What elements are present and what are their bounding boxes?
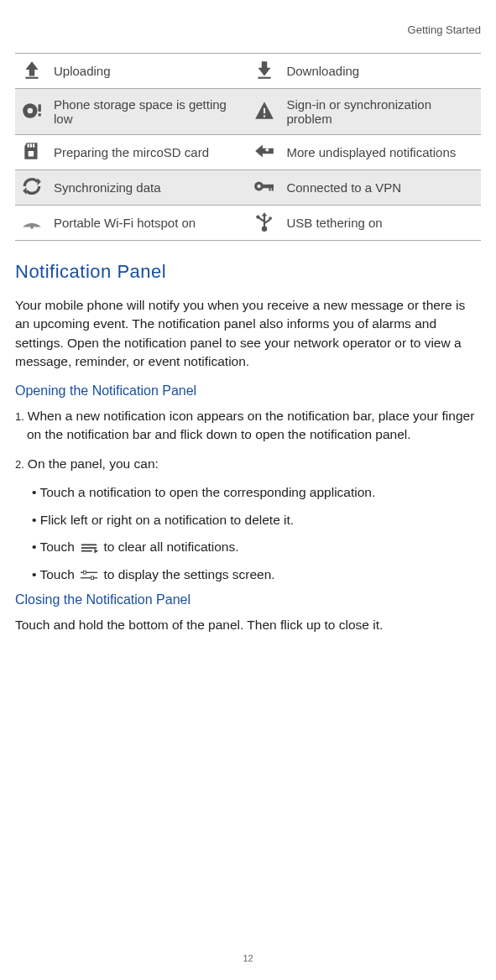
closing-subtitle: Closing the Notification Panel <box>15 592 481 607</box>
step-2: 2.On the panel, you can: <box>15 455 481 473</box>
list-item: • Touch to display the settings screen. <box>32 566 481 584</box>
step-text: When a new notification icon appears on … <box>27 409 474 441</box>
svg-rect-1 <box>258 77 271 79</box>
intro-paragraph: Your mobile phone will notify you when y… <box>15 296 481 372</box>
usb-icon <box>248 206 281 241</box>
step-number: 1. <box>15 410 24 423</box>
sync-label: Synchronizing data <box>49 170 248 206</box>
bullet-text-before: • Touch <box>32 540 78 554</box>
svg-rect-26 <box>81 550 92 552</box>
more-notif-label: More undisplayed notifications <box>281 135 481 170</box>
svg-rect-6 <box>264 107 265 113</box>
sdcard-label: Preparing the mircoSD card <box>49 135 248 170</box>
download-icon <box>248 54 281 89</box>
usb-label: USB tethering on <box>281 206 481 241</box>
step-text: On the panel, you can: <box>28 456 159 471</box>
opening-subtitle: Opening the Notification Panel <box>15 383 481 399</box>
bullet-text-after: to clear all notifications. <box>103 540 238 554</box>
clear-icon <box>80 542 98 554</box>
section-title: Notification Panel <box>15 261 481 283</box>
vpn-icon <box>248 170 281 206</box>
svg-rect-13 <box>267 148 269 151</box>
svg-rect-23 <box>269 217 272 220</box>
table-row: Portable Wi-Fi hotspot on USB tethering … <box>15 206 481 241</box>
svg-rect-8 <box>28 143 29 147</box>
vpn-label: Connected to a VPN <box>281 170 481 206</box>
svg-rect-25 <box>81 547 97 549</box>
more-notif-icon <box>248 135 281 170</box>
bullet-text-after: to display the settings screen. <box>103 567 274 581</box>
download-label: Downloading <box>281 54 481 89</box>
closing-paragraph: Touch and hold the bottom of the panel. … <box>15 616 481 634</box>
page-header: Getting Started <box>15 23 481 36</box>
svg-rect-28 <box>84 571 86 574</box>
svg-point-22 <box>257 215 260 218</box>
svg-rect-4 <box>39 104 41 112</box>
svg-rect-9 <box>30 143 32 147</box>
upload-icon <box>15 54 49 89</box>
warning-icon <box>248 89 281 135</box>
storage-low-icon <box>15 89 49 135</box>
svg-point-15 <box>258 185 261 188</box>
svg-rect-10 <box>33 143 34 147</box>
icon-table: Uploading Downloading Phone storage spac… <box>15 53 481 241</box>
settings-sliders-icon <box>80 570 98 581</box>
svg-rect-0 <box>25 77 38 79</box>
list-item: • Flick left or right on a notification … <box>32 511 481 529</box>
svg-rect-17 <box>269 185 271 191</box>
table-row: Uploading Downloading <box>15 54 481 89</box>
table-row: Phone storage space is getting low Sign-… <box>15 89 481 135</box>
svg-rect-18 <box>272 185 274 191</box>
svg-rect-5 <box>39 113 41 116</box>
svg-point-19 <box>30 225 34 228</box>
sdcard-icon <box>15 135 49 170</box>
list-item: • Touch a notification to open the corre… <box>32 483 481 502</box>
svg-rect-7 <box>264 115 265 117</box>
storage-low-label: Phone storage space is getting low <box>49 89 248 135</box>
warning-label: Sign-in or synchronization problem <box>281 89 481 135</box>
list-item: • Touch to clear all notifications. <box>32 538 481 556</box>
svg-point-3 <box>28 107 34 113</box>
page-number: 12 <box>0 953 496 963</box>
svg-rect-11 <box>29 151 34 157</box>
upload-label: Uploading <box>49 54 248 89</box>
bullet-text-before: • Touch <box>32 567 78 581</box>
step-1: 1.When a new notification icon appears o… <box>15 407 481 445</box>
svg-rect-24 <box>81 545 97 546</box>
bullet-list: • Touch a notification to open the corre… <box>15 483 481 584</box>
sync-icon <box>15 170 49 206</box>
table-row: Preparing the mircoSD card More undispla… <box>15 135 481 170</box>
table-row: Synchronizing data Connected to a VPN <box>15 170 481 206</box>
hotspot-icon <box>15 206 49 241</box>
svg-rect-30 <box>91 576 94 580</box>
hotspot-label: Portable Wi-Fi hotspot on <box>49 206 248 241</box>
step-number: 2. <box>15 458 24 471</box>
